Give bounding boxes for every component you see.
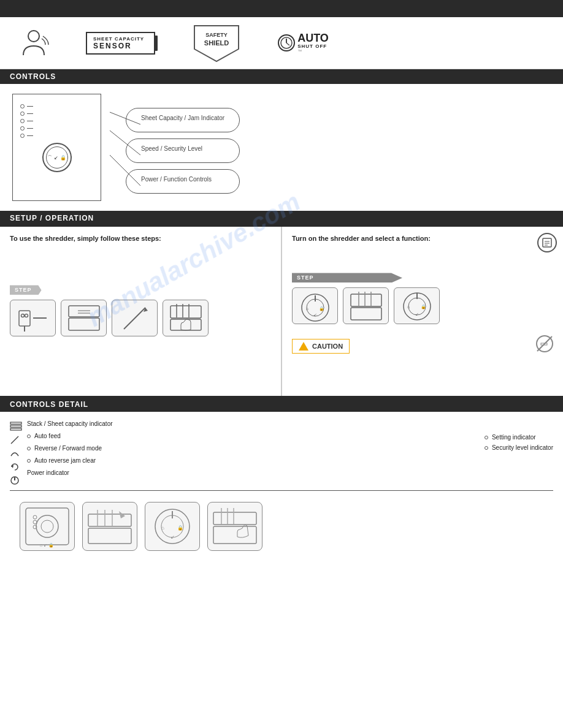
svg-point-0 (28, 31, 39, 42)
controls-icons-row: Stack / Sheet capacity indicator Auto fe… (10, 419, 553, 485)
instr-col-right: Turn on the shredder and select a functi… (282, 227, 563, 396)
step-arrow-left: STEP (10, 285, 42, 295)
svg-line-6 (110, 112, 140, 124)
step-images-right: ⌂ ↙ 🔒 (292, 287, 553, 324)
refresh-icon (10, 462, 22, 472)
ctrl-text-col: Stack / Sheet capacity indicator Auto fe… (27, 419, 466, 478)
diagonal-icon (10, 435, 22, 445)
controls-content: Stack / Sheet capacity indicator Auto fe… (0, 412, 563, 568)
section-bar-setup: SETUP / OPERATION (0, 211, 563, 226)
instr-col-left: To use the shredder, simply follow these… (0, 227, 282, 396)
step-images-left (10, 300, 271, 336)
no-smoke-icon (536, 335, 553, 352)
ctrl-text-2: Auto feed (27, 431, 466, 441)
step-power-dial: ⌂ ↙ 🔒 (292, 287, 338, 324)
svg-rect-21 (170, 319, 201, 330)
svg-rect-74 (213, 512, 256, 525)
svg-rect-35 (351, 294, 381, 306)
svg-line-7 (110, 131, 140, 155)
ctrl-right-1: Setting indicator (484, 434, 553, 441)
svg-rect-20 (170, 306, 201, 318)
bottom-step-1: ⌂ ↙ 🔒 (20, 502, 75, 551)
person-icon (18, 28, 49, 58)
svg-line-52 (11, 436, 18, 444)
svg-text:SAFETY: SAFETY (205, 32, 228, 38)
ctrl-text-4: Auto reverse jam clear (27, 456, 466, 466)
top-bar (0, 0, 563, 17)
svg-point-59 (33, 515, 37, 519)
ctrl-right-col: Setting indicator Security level indicat… (484, 434, 553, 451)
section-bar-controls: CONTROLS (0, 69, 563, 84)
caution-text: CAUTION (312, 343, 343, 350)
svg-point-10 (21, 314, 25, 317)
step-shredder (61, 300, 107, 336)
instruction-section: To use the shredder, simply follow these… (0, 226, 563, 397)
svg-point-57 (36, 515, 58, 537)
step-insert (343, 287, 389, 324)
instr-title-left: To use the shredder, simply follow these… (10, 234, 271, 243)
svg-rect-47 (541, 343, 547, 345)
svg-line-8 (110, 155, 140, 186)
ctrl-text-1: Stack / Sheet capacity indicator (27, 419, 466, 429)
sheet-capacity-sensor: SHEET CAPACITY SENSOR (86, 32, 155, 55)
svg-text:⌂ ↙ 🔒: ⌂ ↙ 🔒 (40, 542, 54, 548)
svg-rect-25 (543, 238, 551, 247)
svg-rect-75 (213, 526, 256, 544)
power-icon-small (10, 476, 22, 485)
divider (10, 490, 553, 491)
caution-badge: CAUTION (292, 339, 350, 354)
svg-rect-51 (10, 428, 21, 430)
svg-rect-49 (10, 422, 21, 424)
svg-text:⌂: ⌂ (407, 305, 410, 309)
bottom-step-images: ⌂ ↙ 🔒 ⌂ ↙ 🔒 (10, 496, 553, 561)
svg-rect-40 (361, 306, 371, 308)
svg-text:⌂: ⌂ (306, 306, 308, 311)
write-icon (537, 233, 557, 252)
svg-rect-50 (10, 425, 21, 427)
svg-rect-64 (88, 528, 131, 544)
step-arrow-right: STEP (292, 273, 402, 282)
ctrl-text-3: Reverse / Forward mode (27, 444, 466, 453)
features-row: SHEET CAPACITY SENSOR SAFETY SHIELD AUTO… (0, 17, 563, 69)
ctrl-right-2: Security level indicator (484, 444, 553, 451)
svg-point-11 (25, 314, 28, 317)
step-feed (163, 300, 209, 336)
diagram-section: ⌒ ↙ 🔒 Sheet Capacity / Jam Indicator Spe… (0, 84, 563, 211)
curve-icon (10, 449, 22, 458)
bottom-step-4 (207, 502, 262, 551)
svg-text:⌂: ⌂ (161, 525, 164, 531)
svg-rect-14 (69, 306, 99, 317)
svg-line-18 (124, 308, 145, 329)
control-panel-box: ⌒ ↙ 🔒 (12, 94, 101, 201)
bottom-step-2 (82, 502, 137, 551)
ctrl-text-5: Power indicator (27, 468, 466, 478)
step-paper (112, 300, 158, 336)
svg-text:↙: ↙ (313, 313, 317, 317)
controls-detail-section: CONTROLS DETAIL (0, 397, 563, 412)
stack-icon (10, 422, 22, 431)
instr-title-right: Turn on the shredder and select a functi… (292, 234, 553, 243)
step-dial2: ⌂ ↙ 🔒 (394, 287, 440, 324)
bottom-step-3: ⌂ ↙ 🔒 (145, 502, 200, 551)
svg-rect-56 (26, 508, 69, 545)
ctrl-icons-col (10, 422, 22, 485)
svg-point-58 (41, 520, 53, 533)
svg-line-5 (286, 43, 289, 45)
svg-point-60 (33, 520, 37, 524)
svg-text:SHIELD: SHIELD (204, 39, 229, 47)
svg-text:↙: ↙ (415, 312, 419, 316)
svg-rect-36 (351, 308, 381, 320)
step-plug (10, 300, 56, 336)
svg-text:🔒: 🔒 (421, 304, 426, 309)
svg-rect-9 (19, 311, 30, 326)
svg-text:↙: ↙ (170, 534, 175, 540)
svg-text:🔒: 🔒 (319, 306, 324, 311)
svg-rect-15 (69, 318, 99, 330)
safety-shield: SAFETY SHIELD (192, 23, 241, 63)
auto-shutoff: AUTO SHUT OFF ™ (278, 32, 329, 53)
svg-text:🔒: 🔒 (177, 525, 183, 531)
